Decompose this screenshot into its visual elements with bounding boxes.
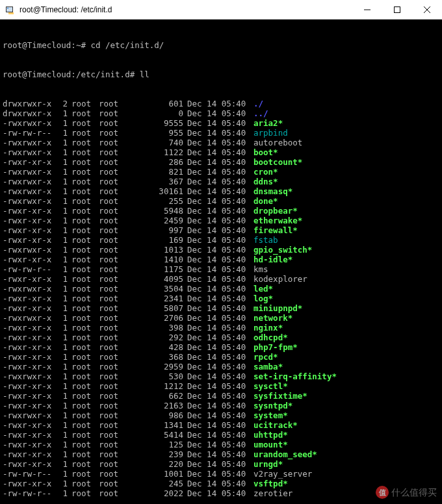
watermark-text: 什么值得买 <box>391 488 437 498</box>
listing-row: -rwxrwxr-x1rootroot530Dec 14 05:40set-ir… <box>3 372 439 381</box>
listing-row: -rwxrwxr-x1rootroot255Dec 14 05:40done* <box>3 196 439 206</box>
listing-row: -rwxrwxr-x1rootroot1122Dec 14 05:40boot* <box>3 147 439 157</box>
svg-rect-3 <box>7 8 8 8</box>
listing-row: -rwxrwxr-x1rootroot821Dec 14 05:40cron* <box>3 167 439 177</box>
minimize-button[interactable] <box>352 0 382 19</box>
listing-row: -rwxr-xr-x1rootroot239Dec 14 05:40urando… <box>3 449 439 459</box>
watermark-badge: 值 <box>376 486 389 499</box>
listing-row: -rwxr-xr-x1rootroot1341Dec 14 05:40ucitr… <box>3 420 439 430</box>
listing-row: -rwxr-xr-x1rootroot1410Dec 14 05:40hd-id… <box>3 255 439 264</box>
listing-row: -rwxr-xr-x1rootroot125Dec 14 05:40umount… <box>3 440 439 449</box>
listing-row: -rwxrwxr-x1rootroot1013Dec 14 05:40gpio_… <box>3 245 439 255</box>
listing-row: -rwxr-xr-x1rootroot5807Dec 14 05:40miniu… <box>3 303 439 313</box>
listing-row: -rw-rw-r--1rootroot2022Dec 14 05:40zerot… <box>3 488 439 498</box>
listing-row: drwxrwxr-x2rootroot601Dec 14 05:40./ <box>3 99 439 108</box>
listing-row: -rwxr-xr-x1rootroot220Dec 14 05:40urngd* <box>3 459 439 469</box>
listing-row: -rwxr-xr-x1rootroot1212Dec 14 05:40sysct… <box>3 381 439 391</box>
listing-row: -rw-rw-r--1rootroot1175Dec 14 05:40kms <box>3 264 439 274</box>
listing-row: -rw-rw-r--1rootroot955Dec 14 05:40arpbin… <box>3 128 439 138</box>
window-controls <box>352 0 442 19</box>
listing-row: -rwxr-xr-x1rootroot997Dec 14 05:40firewa… <box>3 225 439 235</box>
directory-listing: drwxrwxr-x2rootroot601Dec 14 05:40./drwx… <box>3 99 439 498</box>
listing-row: -rwxr-xr-x1rootroot5948Dec 14 05:40dropb… <box>3 206 439 216</box>
app-window: root@Timecloud: /etc/init.d root@Timeclo… <box>0 0 442 504</box>
command-line-1: root@Timecloud:~# cd /etc/init.d/ <box>3 40 439 50</box>
titlebar[interactable]: root@Timecloud: /etc/init.d <box>0 0 442 19</box>
listing-row: -rwxr-xr-x1rootroot169Dec 14 05:40fstab <box>3 235 439 245</box>
listing-row: -rwxrwxr-x1rootroot986Dec 14 05:40system… <box>3 410 439 420</box>
watermark: 值 什么值得买 <box>376 486 437 499</box>
listing-row: -rwxrwxr-x1rootroot9555Dec 14 05:40aria2… <box>3 118 439 128</box>
listing-row: -rwxr-xr-x1rootroot2341Dec 14 05:40log* <box>3 294 439 303</box>
putty-icon <box>5 5 16 15</box>
close-button[interactable] <box>412 0 442 19</box>
listing-row: -rwxr-xr-x1rootroot5414Dec 14 05:40uhttp… <box>3 430 439 440</box>
maximize-button[interactable] <box>382 0 412 19</box>
listing-row: -rw-rw-r--1rootroot1001Dec 14 05:40v2ray… <box>3 469 439 479</box>
listing-row: -rwxr-xr-x1rootroot662Dec 14 05:40sysfix… <box>3 391 439 401</box>
listing-row: -rwxr-xr-x1rootroot398Dec 14 05:40nginx* <box>3 323 439 333</box>
listing-row: -rwxr-xr-x1rootroot286Dec 14 05:40bootco… <box>3 157 439 167</box>
listing-row: -rwxr-xr-x1rootroot428Dec 14 05:40php7-f… <box>3 342 439 352</box>
listing-row: -rwxrwxr-x1rootroot30161Dec 14 05:40dnsm… <box>3 186 439 196</box>
listing-row: -rwxr-xr-x1rootroot4095Dec 14 05:40kodex… <box>3 274 439 284</box>
listing-row: -rwxr-xr-x1rootroot2959Dec 14 05:40samba… <box>3 362 439 372</box>
listing-row: -rwxr-xr-x1rootroot292Dec 14 05:40odhcpd… <box>3 333 439 342</box>
listing-row: -rwxr-xr-x1rootroot2459Dec 14 05:40ether… <box>3 216 439 225</box>
listing-row: -rwxrwxr-x1rootroot3504Dec 14 05:40led* <box>3 284 439 294</box>
listing-row: -rwxr-xr-x1rootroot2163Dec 14 05:40sysnt… <box>3 401 439 410</box>
window-title: root@Timecloud: /etc/init.d <box>20 5 352 14</box>
listing-row: drwxrwxr-x1rootroot0Dec 14 05:40../ <box>3 108 439 118</box>
svg-rect-2 <box>8 12 14 14</box>
listing-row: -rwxrwxr-x1rootroot367Dec 14 05:40ddns* <box>3 177 439 186</box>
terminal-area[interactable]: root@Timecloud:~# cd /etc/init.d/ root@T… <box>0 19 442 504</box>
command-line-2: root@Timecloud:/etc/init.d# ll <box>3 69 439 79</box>
listing-row: -rwxr-xr-x1rootroot368Dec 14 05:40rpcd* <box>3 352 439 362</box>
listing-row: -rwxrwxr-x1rootroot740Dec 14 05:40autore… <box>3 138 439 147</box>
listing-row: -rwxr-xr-x1rootroot245Dec 14 05:40vsftpd… <box>3 479 439 488</box>
listing-row: -rwxrwxr-x1rootroot2706Dec 14 05:40netwo… <box>3 313 439 323</box>
svg-rect-5 <box>395 6 400 12</box>
